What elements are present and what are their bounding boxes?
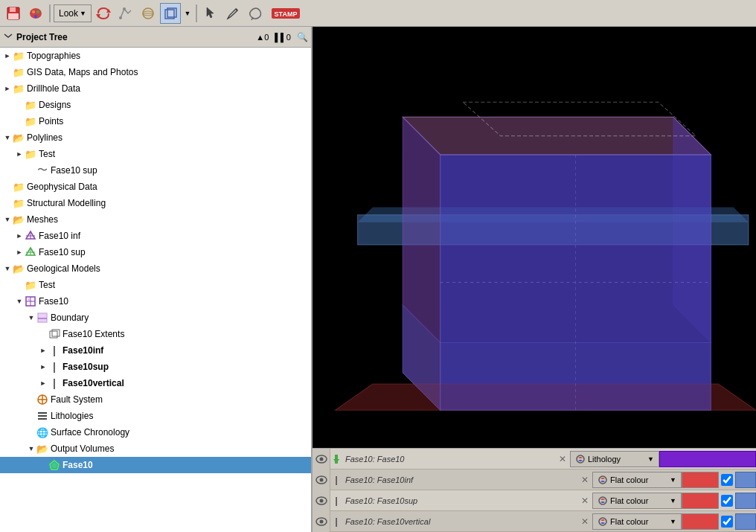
tree-label-topographies: Topographies	[27, 51, 80, 61]
arrow-fase10sup2[interactable]	[15, 248, 24, 257]
svg-rect-2	[8, 13, 19, 19]
tree-item-fault[interactable]: Fault System	[0, 391, 311, 408]
arrow-fase10inf[interactable]	[15, 231, 24, 240]
tree-item-fase10sup[interactable]: 〜 Fase10 sup	[0, 162, 311, 179]
arrow-geological[interactable]	[3, 264, 12, 273]
viewport-3d[interactable]	[313, 27, 756, 448]
tree-label-lithologies: Lithologies	[51, 411, 93, 421]
rotate-button[interactable]	[93, 3, 114, 24]
arrow-output[interactable]	[27, 444, 36, 453]
tree-item-lithologies[interactable]: Lithologies	[0, 408, 311, 424]
tree-item-fase10sup2[interactable]: Fase10 sup	[0, 244, 311, 260]
layer-checkbox-fase10sup[interactable]	[721, 495, 733, 507]
tree-item-fase10model[interactable]: Fase10	[0, 293, 311, 310]
tree-item-polylines[interactable]: Polylines	[0, 129, 311, 146]
save-button[interactable]	[3, 3, 24, 24]
layer-visibility-fase10vert[interactable]	[313, 511, 330, 532]
layer-visibility-fase10inf[interactable]	[313, 469, 330, 490]
tree-item-fase10sup3[interactable]: | Fase10sup	[0, 359, 311, 375]
svg-point-4	[32, 10, 35, 13]
layer-name-fase10sup: Fase10: Fase10sup	[342, 496, 577, 505]
tree-item-fase10inf2[interactable]: | Fase10inf	[0, 342, 311, 359]
tree-label-test1: Test	[39, 149, 55, 159]
layer-close-fase10[interactable]: ✕	[555, 452, 570, 467]
layer-close-fase10sup[interactable]: ✕	[577, 493, 592, 508]
mesh-icon-fase10sup2	[24, 246, 37, 259]
layer-color-fase10[interactable]	[659, 451, 756, 467]
svg-text:STAMP: STAMP	[275, 10, 298, 18]
folder-open-icon-output	[36, 442, 49, 455]
tree-item-fase10vertical[interactable]: | Fase10vertical	[0, 375, 311, 391]
arrow-polylines[interactable]	[3, 133, 12, 142]
layer-type-fase10[interactable]: Lithology ▼	[570, 451, 659, 467]
layer-color-box-fase10inf[interactable]	[682, 472, 719, 488]
folder-icon-structural	[12, 196, 25, 210]
layer-blue-box-fase10inf[interactable]	[735, 472, 756, 488]
stamp-button[interactable]: STAMP	[267, 3, 304, 24]
arrow-fase10inf2[interactable]	[39, 346, 48, 355]
tree-label-points: Points	[39, 116, 63, 126]
layer-visibility-fase10[interactable]	[313, 449, 330, 469]
layer-pin-fase10vert: |	[330, 511, 342, 532]
tree-item-boundary[interactable]: Boundary	[0, 310, 311, 326]
tree-item-fase10-out[interactable]: Fase10	[0, 457, 311, 473]
pin-icon-fase10inf2: |	[48, 344, 61, 357]
arrow-meshes[interactable]	[3, 215, 12, 224]
tree-item-test2[interactable]: Test	[0, 277, 311, 293]
layer-type-fase10inf[interactable]: Flat colour ▼	[592, 472, 682, 488]
tree-item-fase10inf[interactable]: Fase10 inf	[0, 228, 311, 244]
layer-blue-box-fase10vert[interactable]	[735, 513, 756, 530]
tree-item-topographies[interactable]: Topographies	[0, 48, 311, 64]
lasso-button[interactable]	[245, 3, 266, 24]
arrow-drillhole[interactable]	[3, 84, 12, 93]
layer-visibility-fase10sup[interactable]	[313, 490, 330, 511]
arrow-boundary[interactable]	[27, 313, 36, 322]
tree-item-output[interactable]: Output Volumes	[0, 440, 311, 457]
layer-type-label-fase10: Lithology	[588, 455, 621, 464]
layer-color-box-fase10sup[interactable]	[682, 493, 719, 509]
left-panel: Project Tree ▲0 ▌▌0 🔍 Topographies GIS D…	[0, 27, 313, 532]
tree-item-meshes[interactable]: Meshes	[0, 211, 311, 228]
folder-open-icon-polylines	[12, 131, 25, 144]
select-sph-button[interactable]	[138, 3, 158, 24]
arrow-fase10vertical[interactable]	[39, 379, 48, 388]
svg-point-69	[319, 519, 323, 523]
tree-item-test1[interactable]: Test	[0, 146, 311, 162]
svg-point-9	[119, 16, 122, 19]
layer-close-fase10vert[interactable]: ✕	[577, 514, 592, 529]
look-dropdown[interactable]: Look ▼	[54, 4, 92, 22]
pointer-button[interactable]	[200, 3, 221, 24]
tree-item-designs[interactable]: Designs	[0, 97, 311, 113]
layer-type-fase10sup[interactable]: Flat colour ▼	[592, 493, 682, 509]
toolbar-sep-2	[196, 4, 197, 22]
tree-label-fase10inf: Fase10 inf	[39, 231, 80, 241]
arrow-test1[interactable]	[15, 150, 24, 158]
tree-item-geological[interactable]: Geological Models	[0, 260, 311, 277]
tree-label-surface-chron: Surface Chronology	[51, 427, 129, 438]
layer-checkbox-fase10vert[interactable]	[721, 516, 733, 528]
layer-row-fase10inf: | Fase10: Fase10inf ✕ Flat colour ▼	[313, 469, 756, 490]
tree-item-drillhole[interactable]: Drillhole Data	[0, 80, 311, 97]
layer-name-fase10: Fase10: Fase10	[342, 455, 555, 464]
project-tree: Topographies GIS Data, Maps and Photos D…	[0, 48, 311, 532]
brush-button[interactable]	[222, 3, 243, 24]
tree-item-structural[interactable]: Structural Modelling	[0, 195, 311, 211]
panel-search-btn[interactable]: 🔍	[297, 32, 308, 42]
layer-blue-box-fase10sup[interactable]	[735, 493, 756, 509]
tree-item-geophysical[interactable]: Geophysical Data	[0, 179, 311, 195]
display-box-button[interactable]	[160, 3, 181, 24]
arrow-fase10model[interactable]	[15, 297, 24, 306]
palette-button[interactable]	[25, 3, 46, 24]
layer-checkbox-fase10inf[interactable]	[721, 474, 733, 486]
layer-close-fase10inf[interactable]: ✕	[577, 472, 592, 487]
tree-item-surface-chron[interactable]: 🌐 Surface Chronology	[0, 424, 311, 440]
display-box-arrow[interactable]: ▼	[182, 3, 193, 24]
layer-color-box-fase10vert[interactable]	[682, 513, 719, 530]
tree-item-gis[interactable]: GIS Data, Maps and Photos	[0, 64, 311, 80]
layer-type-fase10vert[interactable]: Flat colour ▼	[592, 513, 682, 530]
arrow-topographies[interactable]	[3, 51, 12, 60]
tree-item-extents[interactable]: Fase10 Extents	[0, 326, 311, 342]
select-poly-button[interactable]	[115, 3, 136, 24]
tree-item-points[interactable]: Points	[0, 113, 311, 129]
arrow-fase10sup3[interactable]	[39, 362, 48, 371]
